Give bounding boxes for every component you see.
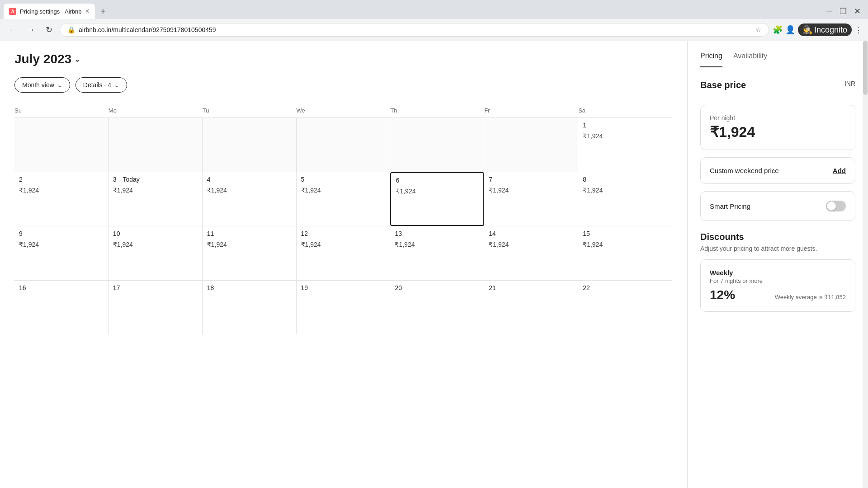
day-header-th: Th [390,105,484,116]
day-cell-empty [484,118,578,172]
add-weekend-price-button[interactable]: Add [833,167,846,174]
day-header-tu: Tu [203,105,297,116]
week-row-1: 1 ₹1,924 [14,117,672,172]
day-price: ₹1,924 [207,241,292,248]
base-price-title: Base price [700,80,746,90]
day-price: ₹1,924 [583,132,668,140]
day-number: 20 [395,284,479,291]
day-number: 6 [396,177,479,184]
day-number: 10 [113,230,198,237]
day-price: ₹1,924 [19,187,104,194]
incognito-icon: 🕵️ [802,25,812,35]
scrollbar-thumb[interactable] [863,41,868,95]
day-number: 7 [489,176,573,183]
day-number: 9 [19,230,104,237]
active-tab[interactable]: A Pricing settings - Airbnb × [4,4,95,19]
scrollbar-track [863,41,868,488]
day-price: ₹1,924 [583,241,668,248]
right-panel: Pricing Availability Base price INR Per … [687,41,868,488]
day-cell-20[interactable]: 20 [390,281,484,334]
day-cell-8[interactable]: 8 ₹1,924 [578,172,672,226]
day-cell-10[interactable]: 10 ₹1,924 [108,226,203,280]
day-number: 22 [583,284,668,291]
day-cell-18[interactable]: 18 [203,281,297,334]
day-number: 12 [301,230,386,237]
day-number: 17 [113,284,198,291]
day-cell-7[interactable]: 7 ₹1,924 [484,172,578,226]
tab-pricing[interactable]: Pricing [700,52,722,67]
day-number: 5 [301,176,386,183]
back-button[interactable]: ← [5,23,20,37]
day-cell-16[interactable]: 16 [14,281,108,334]
day-cell-22[interactable]: 22 [578,281,672,334]
discounts-title: Discounts [700,232,855,242]
day-cell-11[interactable]: 11 ₹1,924 [203,226,297,280]
month-view-button[interactable]: Month view ⌄ [14,77,70,93]
day-cell-21[interactable]: 21 [484,281,578,334]
extensions-icon[interactable]: 🧩 [773,25,783,35]
day-number: 16 [19,284,104,291]
day-cell-2[interactable]: 2 ₹1,924 [14,172,108,226]
address-bar[interactable]: 🔒 airbnb.co.in/multicalendar/92750917801… [60,23,769,37]
weekend-price-card[interactable]: Custom weekend price Add [700,157,855,184]
day-number: 11 [207,230,292,237]
day-cell-4[interactable]: 4 ₹1,924 [203,172,297,226]
incognito-button[interactable]: 🕵️ Incognito [798,23,852,36]
day-cell-5[interactable]: 5 ₹1,924 [297,172,391,226]
day-cell-1[interactable]: 1 ₹1,924 [578,118,672,172]
day-cell-19[interactable]: 19 [297,281,391,334]
address-text: airbnb.co.in/multicalendar/9275091780105… [79,26,752,33]
details-button[interactable]: Details · 4 ⌄ [75,77,127,93]
day-header-fr: Fr [484,105,578,116]
bookmark-icon[interactable]: ☆ [755,26,761,33]
day-cell-9[interactable]: 9 ₹1,924 [14,226,108,280]
main-layout: July 2023 ⌄ Month view ⌄ Details · 4 ⌄ S… [0,41,868,488]
forward-button[interactable]: → [24,23,38,37]
weekly-discount-card[interactable]: Weekly For 7 nights or more 12% Weekly a… [700,259,855,312]
discounts-subtitle: Adjust your pricing to attract more gues… [700,245,855,252]
day-cell-13[interactable]: 13 ₹1,924 [390,226,484,280]
profile-icon[interactable]: 👤 [785,25,795,35]
day-number: 4 [207,176,292,183]
panel-tabs: Pricing Availability [700,52,855,67]
menu-icon[interactable]: ⋮ [854,25,863,35]
day-headers: Su Mo Tu We Th Fr Sa [14,105,672,116]
nav-bar: ← → ↻ 🔒 airbnb.co.in/multicalendar/92750… [0,19,868,41]
day-number: 1 [583,122,668,129]
reload-button[interactable]: ↻ [42,23,56,37]
tab-close-button[interactable]: × [85,7,90,15]
tab-favicon: A [9,8,16,15]
new-tab-button[interactable]: + [97,5,109,18]
day-cell-17[interactable]: 17 [108,281,203,334]
day-cell-14[interactable]: 14 ₹1,924 [484,226,578,280]
calendar-header: July 2023 ⌄ [14,52,672,66]
day-price: ₹1,924 [113,241,198,248]
day-number: 2 [19,176,104,183]
discount-avg-info: Weekly average is ₹11,852 [775,294,846,300]
base-price-card[interactable]: Per night ₹1,924 [700,105,855,150]
day-cell-empty [390,118,484,172]
day-cell-empty [203,118,297,172]
day-cell-15[interactable]: 15 ₹1,924 [578,226,672,280]
smart-pricing-toggle[interactable] [826,201,846,211]
month-title-text: July 2023 [14,52,71,66]
day-number: 14 [489,230,573,237]
week-row-3: 9 ₹1,924 10 ₹1,924 11 ₹1,924 12 ₹1,924 [14,226,672,280]
maximize-button[interactable]: ❐ [840,6,847,16]
day-number: 3 Today [113,176,198,183]
minimize-button[interactable]: ─ [826,6,832,16]
close-window-button[interactable]: ✕ [854,6,861,16]
nav-right-controls: 🧩 👤 🕵️ Incognito ⋮ [773,23,863,36]
calendar-grid: Su Mo Tu We Th Fr Sa 1 [14,105,672,334]
day-cell-6-selected[interactable]: 6 ₹1,924 [390,172,484,226]
tab-title: Pricing settings - Airbnb [20,8,82,15]
month-title[interactable]: July 2023 ⌄ [14,52,80,66]
day-price: ₹1,924 [583,187,668,194]
tab-availability[interactable]: Availability [733,52,767,67]
day-price: ₹1,924 [395,241,479,248]
day-header-we: We [297,105,391,116]
day-price: ₹1,924 [113,187,198,194]
calendar-area: July 2023 ⌄ Month view ⌄ Details · 4 ⌄ S… [0,41,687,488]
day-cell-3-today[interactable]: 3 Today ₹1,924 [108,172,203,226]
day-cell-12[interactable]: 12 ₹1,924 [297,226,391,280]
